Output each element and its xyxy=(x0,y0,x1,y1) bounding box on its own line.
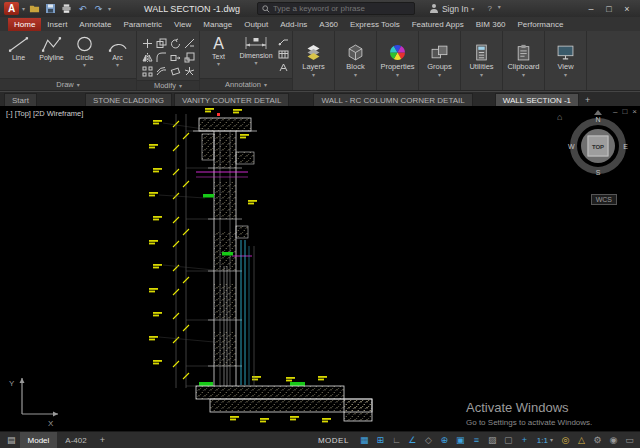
viewport-visual-style-control[interactable]: [2D Wireframe] xyxy=(33,109,83,118)
ribbon-tab-annotate[interactable]: Annotate xyxy=(73,18,117,31)
viewcube-top-face[interactable]: TOP xyxy=(588,136,609,157)
polyline-tool-button[interactable]: Polyline xyxy=(36,33,67,61)
panel-groups-button[interactable]: Groups ▾ xyxy=(419,31,461,90)
array-icon[interactable] xyxy=(140,64,154,78)
mirror-icon[interactable] xyxy=(140,50,154,64)
text-style-icon[interactable] xyxy=(278,62,289,73)
layout-tab-model[interactable]: Model xyxy=(20,432,58,448)
undo-icon[interactable]: ↶ xyxy=(76,3,89,15)
stretch-icon[interactable] xyxy=(168,50,182,64)
app-menu-caret-icon[interactable]: ▾ xyxy=(22,6,25,12)
ribbon-tab-a360[interactable]: A360 xyxy=(313,18,344,31)
sign-in-button[interactable]: Sign In ▾ xyxy=(430,4,474,14)
ucs-icon[interactable]: Y X xyxy=(9,378,58,428)
window-minimize-button[interactable]: – xyxy=(582,1,600,16)
circle-tool-button[interactable]: Circle ▾ xyxy=(69,33,100,68)
plot-icon[interactable] xyxy=(60,3,73,15)
viewport-view-control[interactable]: [Top] xyxy=(15,109,31,118)
help-search[interactable] xyxy=(257,2,415,15)
arc-caret-icon[interactable]: ▾ xyxy=(116,62,119,68)
ribbon-tab-express-tools[interactable]: Express Tools xyxy=(344,18,406,31)
move-icon[interactable] xyxy=(140,36,154,50)
dimension-tool-button[interactable]: Dimension ▾ xyxy=(236,33,276,66)
open-icon[interactable] xyxy=(28,3,41,15)
ribbon-tab-home[interactable]: Home xyxy=(8,18,41,31)
save-icon[interactable] xyxy=(44,3,57,15)
annotation-visibility-icon[interactable]: ◎ xyxy=(558,433,573,447)
annotation-monitor-icon[interactable]: ◉ xyxy=(606,433,621,447)
viewport-menu-control[interactable]: [-] xyxy=(6,109,13,118)
line-tool-button[interactable]: Line xyxy=(3,33,34,61)
text-tool-button[interactable]: A Text ▾ xyxy=(203,33,234,67)
selection-cycling-icon[interactable]: ▢ xyxy=(501,433,516,447)
grid-icon[interactable]: ▦ xyxy=(357,433,372,447)
scale-icon[interactable] xyxy=(182,50,196,64)
ribbon-tab-view[interactable]: View xyxy=(168,18,197,31)
ribbon-tab-insert[interactable]: Insert xyxy=(41,18,73,31)
object-snap-tracking-icon[interactable]: ⊕ xyxy=(437,433,452,447)
viewcube-east[interactable]: E xyxy=(623,143,628,150)
panel-title-annotation[interactable]: Annotation ▾ xyxy=(200,78,292,90)
copy-icon[interactable] xyxy=(154,36,168,50)
leader-icon[interactable] xyxy=(278,36,289,47)
arc-tool-button[interactable]: Arc ▾ xyxy=(102,33,133,68)
annotation-scale-control[interactable]: 1:1 ▾ xyxy=(533,436,557,445)
table-icon[interactable] xyxy=(278,49,289,60)
lineweight-icon[interactable]: ≡ xyxy=(469,433,484,447)
help-caret-icon[interactable]: ▾ xyxy=(498,4,501,13)
file-tab-stone-cladding[interactable]: STONE CLADDING xyxy=(85,93,172,106)
ribbon-tab-parametric[interactable]: Parametric xyxy=(117,18,168,31)
new-layout-button[interactable]: + xyxy=(95,435,110,445)
application-menu-button[interactable]: A xyxy=(4,2,19,15)
clean-screen-icon[interactable]: ▭ xyxy=(622,433,637,447)
panel-view-button[interactable]: View ▾ xyxy=(545,31,587,90)
viewcube[interactable]: ⌂ TOP N S W E xyxy=(566,114,630,178)
ribbon-tab-performance[interactable]: Performance xyxy=(512,18,570,31)
wcs-indicator[interactable]: WCS xyxy=(591,194,617,205)
object-snap-icon[interactable]: ▣ xyxy=(453,433,468,447)
ortho-icon[interactable]: ∟ xyxy=(389,433,404,447)
viewcube-south[interactable]: S xyxy=(596,169,601,176)
panel-title-modify[interactable]: Modify ▾ xyxy=(137,80,199,90)
circle-caret-icon[interactable]: ▾ xyxy=(83,62,86,68)
qat-customize-caret-icon[interactable]: ▾ xyxy=(108,6,111,12)
model-space-toggle[interactable]: MODEL xyxy=(311,436,356,445)
panel-utilities-button[interactable]: Utilities ▾ xyxy=(461,31,503,90)
ribbon-tab-featured-apps[interactable]: Featured Apps xyxy=(406,18,470,31)
layouts-grid-icon[interactable]: ▤ xyxy=(3,435,20,445)
ribbon-tab-addins[interactable]: Add-ins xyxy=(274,18,313,31)
ribbon-tab-manage[interactable]: Manage xyxy=(197,18,238,31)
viewcube-home-icon[interactable]: ⌂ xyxy=(557,112,562,122)
viewcube-west[interactable]: W xyxy=(568,143,575,150)
file-tab-start[interactable]: Start xyxy=(4,93,37,106)
transparency-icon[interactable]: ▨ xyxy=(485,433,500,447)
rotate-icon[interactable] xyxy=(168,36,182,50)
drawing-area[interactable]: Y X [-] [Top] [2D Wireframe] – □ × ⌂ TOP… xyxy=(0,106,640,431)
panel-clipboard-button[interactable]: Clipboard ▾ xyxy=(503,31,545,90)
fillet-icon[interactable] xyxy=(154,50,168,64)
autoscale-icon[interactable]: △ xyxy=(574,433,589,447)
file-tab-wall-rc-column-corner-detail[interactable]: WALL - RC COLUMN CORNER DETAIL xyxy=(313,93,472,106)
trim-icon[interactable] xyxy=(182,36,196,50)
dynamic-input-icon[interactable]: + xyxy=(517,433,532,447)
panel-title-draw[interactable]: Draw ▾ xyxy=(0,78,136,90)
ribbon-tab-output[interactable]: Output xyxy=(238,18,274,31)
ribbon-tab-bim360[interactable]: BIM 360 xyxy=(470,18,512,31)
offset-icon[interactable] xyxy=(154,64,168,78)
snap-icon[interactable]: ⊞ xyxy=(373,433,388,447)
wall-section-drawing[interactable]: Y X xyxy=(0,106,640,431)
doc-close-icon[interactable]: × xyxy=(632,107,637,116)
layout-tab-a402[interactable]: A-402 xyxy=(57,432,94,448)
panel-properties-button[interactable]: Properties ▾ xyxy=(377,31,419,90)
text-caret-icon[interactable]: ▾ xyxy=(217,61,220,67)
isodraft-icon[interactable]: ◇ xyxy=(421,433,436,447)
file-tab-wall-section-1[interactable]: WALL SECTION -1 xyxy=(495,93,579,106)
redo-icon[interactable]: ↷ xyxy=(92,3,105,15)
panel-block-button[interactable]: Block ▾ xyxy=(335,31,377,90)
polar-tracking-icon[interactable]: ∠ xyxy=(405,433,420,447)
window-restore-button[interactable]: □ xyxy=(600,1,618,16)
dimension-caret-icon[interactable]: ▾ xyxy=(254,60,257,66)
workspace-gear-icon[interactable]: ⚙ xyxy=(590,433,605,447)
search-input[interactable] xyxy=(273,4,403,13)
erase-icon[interactable] xyxy=(168,64,182,78)
